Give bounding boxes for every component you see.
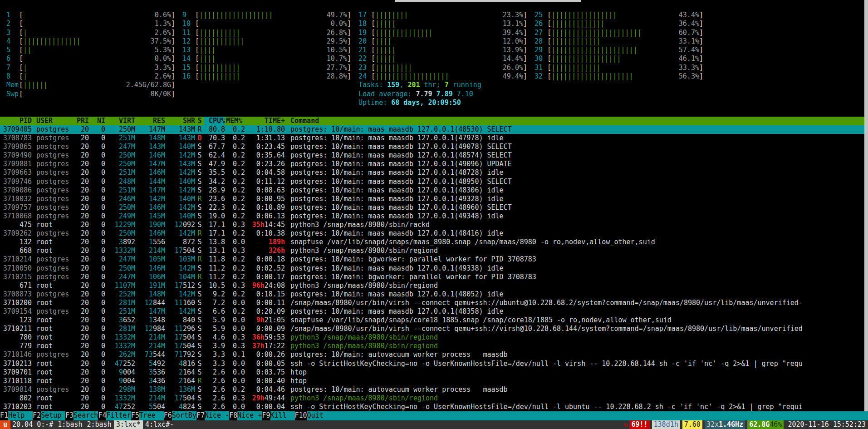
column-header-s[interactable]: S <box>195 117 204 125</box>
process-row[interactable]: 3710200root200281M1284411160S7.20.00:00.… <box>0 299 868 307</box>
cpu-meter-16: 16[||||||||||28.8%] <box>182 72 351 81</box>
process-row[interactable]: 3709865postgres200247M143M140MS67.70.20:… <box>0 143 868 151</box>
process-row[interactable]: 3708873postgres200252M148M142MS9.20.20:1… <box>0 290 868 299</box>
tmux-window-4[interactable]: 4:lxc#- <box>143 420 176 429</box>
process-row[interactable]: 3709701root200900435362164S2.60.00:03.75… <box>0 368 868 377</box>
process-row[interactable]: 3710213root2004725254924816S3.30.00:00.0… <box>0 360 868 368</box>
process-row[interactable]: 3709881postgres200250M147M143MS47.90.20:… <box>0 160 868 168</box>
cpu-meter-label: 24 <box>358 72 371 81</box>
fnkey-f4[interactable]: F4 <box>98 411 106 420</box>
meter-close-bracket: ] <box>171 11 175 20</box>
meter-open-bracket: [ <box>371 20 375 28</box>
column-header-cmd[interactable]: Command <box>285 117 868 125</box>
process-row[interactable]: 3710214postgres200247M105M103MR11.80.20:… <box>0 255 868 264</box>
process-row[interactable]: 780root2001332M214M17504S4.60.336h59:53p… <box>0 333 868 342</box>
cpu-meter-label: 25 <box>535 11 547 20</box>
fnkey-f9[interactable]: F9 <box>262 411 270 420</box>
meter-open-bracket: [ <box>547 54 551 63</box>
cpu-meter-14: 14[||||10.7%] <box>182 54 351 63</box>
column-header-ni[interactable]: NI <box>89 117 105 125</box>
process-row[interactable]: 3709405postgres200250M147M143MR80.80.21:… <box>0 125 868 134</box>
cpu-meter-bar: ||||12.0% <box>375 37 523 46</box>
htop-meters-panel: 1[0.6%]2[1.3%]3[|2.6%]4[||||||||||||||37… <box>0 11 868 108</box>
meter-open-bracket: [ <box>195 29 199 37</box>
process-row[interactable]: 3709757postgres200250M146M142MS22.30.20:… <box>0 203 868 212</box>
cpu-meter-bar: ||||||||23.3% <box>375 11 523 20</box>
process-row[interactable]: 3709490postgres200250M146M142MS62.40.20:… <box>0 151 868 160</box>
fnkey-f6-label[interactable]: SortBy <box>172 411 196 420</box>
cpu-meter-3: 3[|2.6%] <box>6 29 175 37</box>
cpu-meter-label: 10 <box>182 20 195 28</box>
process-row[interactable]: 3709154postgres200251M147M142MS6.60.20:2… <box>0 307 868 316</box>
tmux-window-3[interactable]: 3:lxc* <box>114 420 143 429</box>
fnkey-f5[interactable]: F5 <box>131 411 139 420</box>
meter-close-bracket: ] <box>171 72 175 81</box>
fnkey-f3-label[interactable]: Search <box>74 411 98 420</box>
cpu-meter-value: 28.8% <box>327 72 347 81</box>
process-row[interactable]: 3710050postgres200250M146M142MS11.20.20:… <box>0 264 868 273</box>
meter-close-bracket: ] <box>699 54 703 63</box>
meter-close-bracket: ] <box>523 37 527 46</box>
process-row[interactable]: 3709663postgres200251M146M142MS35.50.20:… <box>0 168 868 177</box>
column-header-virt[interactable]: VIRT <box>105 117 135 125</box>
process-row[interactable]: 3710215postgres200247M106M104MR11.20.20:… <box>0 273 868 281</box>
column-header-mem[interactable]: MEM% <box>225 117 245 125</box>
fnkey-f1-label[interactable]: Help <box>8 411 33 420</box>
cpu-meter-label: 30 <box>535 54 547 63</box>
process-row[interactable]: 123root20036521348840S5.90.09h21:05snapf… <box>0 316 868 325</box>
cpu-meter-ticks: |||||||||| <box>199 72 240 81</box>
fnkey-f7-label[interactable]: Nice - <box>205 411 229 420</box>
fnkey-f2-label[interactable]: Setup <box>41 411 65 420</box>
meter-close-bracket: ] <box>347 11 351 20</box>
tmux-window-1[interactable]: 1:bash <box>55 420 84 429</box>
fnkey-f10[interactable]: F10 <box>295 411 307 420</box>
process-row[interactable]: 3709262postgres200250M146M142MR17.10.20:… <box>0 229 868 238</box>
fnkey-f9-label[interactable]: Kill <box>270 411 295 420</box>
column-header-user[interactable]: USER <box>32 117 72 125</box>
column-header-shr[interactable]: SHR <box>165 117 195 125</box>
process-row[interactable]: 3709086postgres200251M147M142MS28.90.20:… <box>0 186 868 195</box>
fnkey-f8[interactable]: F8 <box>229 411 237 420</box>
fnkey-f1[interactable]: F1 <box>0 411 8 420</box>
terminal-scrollbar[interactable] <box>864 0 868 411</box>
fnkey-f2[interactable]: F2 <box>33 411 41 420</box>
tmux-window-0[interactable]: 0:-# <box>34 420 55 429</box>
fnkey-f8-label[interactable]: Nice + <box>237 411 262 420</box>
column-header-pri[interactable]: PRI <box>72 117 89 125</box>
cpu-meter-label: 32 <box>535 72 547 81</box>
fnkey-f10-label[interactable]: Quit <box>307 411 332 420</box>
process-row[interactable]: 3710068postgres200249M145M140MS19.00.20:… <box>0 212 868 221</box>
meter-close-bracket: ] <box>171 37 175 46</box>
process-row[interactable]: 132root20038921556872S13.80.0189hsnapfus… <box>0 238 868 247</box>
cpu-meter-value: 49.7% <box>327 11 347 20</box>
process-row[interactable]: 3710146postgres200262M7354471792S3.30.10… <box>0 350 868 359</box>
process-row[interactable]: 671root2001107M191M17512S10.50.396h24:08… <box>0 281 868 290</box>
process-row[interactable]: 3710118root200900434362164R2.60.00:00.40… <box>0 377 868 385</box>
column-header-cpu[interactable]: CPU% <box>204 117 225 125</box>
process-row[interactable]: 3709746postgres200248M144M140MS34.20.20:… <box>0 178 868 186</box>
process-row[interactable]: 3708783postgres200251M148M143MD70.30.21:… <box>0 134 868 143</box>
cpu-meter-label: 19 <box>358 29 371 37</box>
column-header-res[interactable]: RES <box>135 117 165 125</box>
process-table-header[interactable]: PIDUSERPRINIVIRTRESSHRSCPU%MEM%TIME+Comm… <box>0 117 868 125</box>
fnkey-f7[interactable]: F7 <box>196 411 205 420</box>
process-row[interactable]: 3710032postgres200246M142M140MR23.60.20:… <box>0 195 868 203</box>
process-row[interactable]: 802root2001332M214M17504S2.60.329h49:44p… <box>0 394 868 403</box>
fnkey-f5-label[interactable]: Tree <box>139 411 164 420</box>
column-header-pid[interactable]: PID <box>0 117 32 125</box>
process-row[interactable]: 3710203root2004725255044824S2.60.00:00.0… <box>0 403 868 411</box>
fnkey-f3[interactable]: F3 <box>65 411 74 420</box>
fnkey-f6[interactable]: F6 <box>164 411 172 420</box>
meter-open-bracket: [ <box>547 64 551 72</box>
process-row[interactable]: 668root2001332M214M17504S13.10.3326hpyth… <box>0 247 868 255</box>
column-header-time[interactable]: TIME+ <box>245 117 285 125</box>
process-row[interactable]: 475root2001229M190M12092S17.10.335h14:45… <box>0 221 868 229</box>
fnkey-f4-label[interactable]: Filter <box>106 411 131 420</box>
meter-open-bracket: [ <box>195 72 199 81</box>
process-row[interactable]: 779root2001332M214M17504S3.90.337h17:22p… <box>0 342 868 350</box>
cpu-meter-label: 28 <box>535 37 547 46</box>
tmux-window-2[interactable]: 2:bash <box>85 420 114 429</box>
cpu-meter-ticks: |||| <box>199 54 216 63</box>
process-row[interactable]: 3709814postgres200298M138M136MS2.60.20:0… <box>0 385 868 394</box>
process-row[interactable]: 3710211root200281M1298411296S5.90.00:00.… <box>0 325 868 333</box>
